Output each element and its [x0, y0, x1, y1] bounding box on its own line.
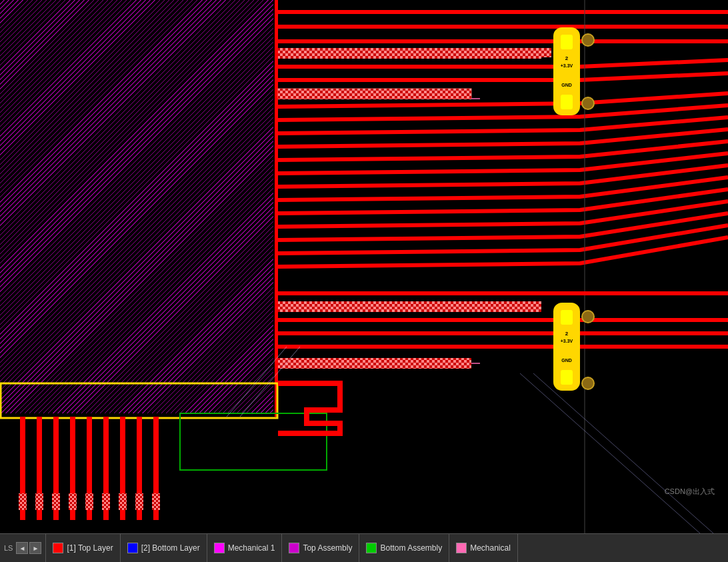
svg-point-30 [582, 34, 594, 46]
svg-rect-15 [19, 493, 27, 510]
svg-rect-22 [135, 493, 143, 510]
mechanical-color [214, 543, 225, 553]
svg-point-31 [582, 97, 594, 109]
svg-line-28 [520, 373, 700, 533]
svg-line-29 [533, 373, 713, 533]
nav-label: LS [4, 544, 13, 552]
svg-text:2: 2 [565, 331, 569, 337]
top-layer-color [53, 543, 63, 553]
toolbar-layer-top-assembly[interactable]: Top Assembly [282, 534, 359, 562]
svg-text:GND: GND [561, 83, 572, 87]
top-assembly-label: Top Assembly [303, 543, 352, 553]
svg-rect-16 [35, 493, 43, 510]
toolbar-layer-bottom[interactable]: [2] Bottom Layer [121, 534, 207, 562]
pcb-canvas: 2 +3.3V GND 2 +3.3V GND [0, 0, 728, 533]
svg-rect-17 [52, 493, 60, 510]
bottom-layer-label: [2] Bottom Layer [141, 543, 200, 553]
svg-text:2: 2 [565, 55, 569, 61]
toolbar-layer-mechanical2[interactable]: Mechanical [449, 534, 518, 562]
svg-text:+3.3V: +3.3V [561, 339, 573, 343]
toolbar-layer-mechanical[interactable]: Mechanical 1 [207, 534, 283, 562]
bottom-assembly-color [366, 543, 377, 553]
svg-rect-18 [69, 493, 77, 510]
svg-point-33 [582, 377, 594, 389]
nav-prev-button[interactable]: ◄ [16, 542, 28, 554]
nav-next-button[interactable]: ► [29, 542, 41, 554]
svg-rect-54 [278, 48, 541, 59]
bottom-assembly-label: Bottom Assembly [380, 543, 442, 553]
traces-svg: 2 +3.3V GND 2 +3.3V GND [0, 0, 728, 533]
mechanical2-color [456, 543, 467, 553]
svg-rect-23 [152, 493, 160, 510]
watermark: CSDN@出入式 [665, 487, 715, 497]
svg-text:+3.3V: +3.3V [561, 63, 573, 68]
svg-rect-36 [561, 95, 573, 109]
toolbar-layer-top[interactable]: [1] Top Layer [46, 534, 120, 562]
toolbar-layer-bottom-assembly[interactable]: Bottom Assembly [359, 534, 449, 562]
svg-rect-20 [102, 493, 110, 510]
toolbar: LS ◄ ► [1] Top Layer [2] Bottom Layer Me… [0, 533, 728, 562]
svg-rect-41 [561, 310, 573, 325]
svg-rect-35 [561, 35, 573, 49]
svg-point-32 [582, 311, 594, 323]
mechanical-label: Mechanical 1 [228, 543, 275, 553]
bottom-layer-color [127, 543, 138, 553]
svg-rect-19 [85, 493, 93, 510]
mechanical2-label: Mechanical [470, 543, 511, 553]
svg-rect-21 [119, 493, 127, 510]
top-layer-label: [1] Top Layer [67, 543, 113, 553]
top-assembly-color [289, 543, 299, 553]
svg-rect-56 [278, 301, 541, 312]
svg-rect-0 [275, 0, 278, 417]
svg-text:GND: GND [561, 358, 572, 363]
svg-rect-42 [561, 370, 573, 385]
toolbar-nav: LS ◄ ► [0, 534, 46, 562]
svg-rect-55 [278, 89, 471, 99]
svg-rect-57 [278, 358, 471, 369]
